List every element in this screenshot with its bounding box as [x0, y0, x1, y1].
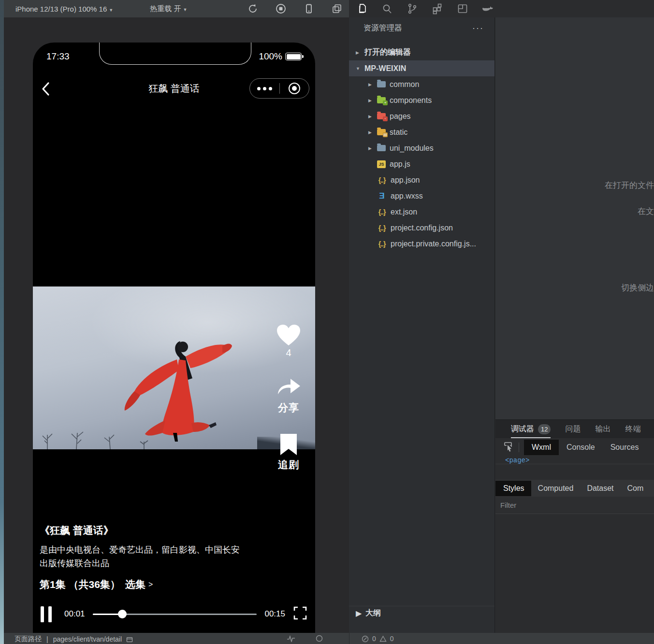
subtab-console[interactable]: Console	[559, 440, 603, 455]
vitals-icon[interactable]	[287, 635, 295, 642]
page-path-label: 页面路径	[15, 635, 42, 644]
simulator-toolbar: iPhone 12/13 (Pro) 100% 16▼ 热重载 开▼	[4, 0, 349, 17]
tab-output[interactable]: 输出	[595, 420, 610, 438]
device-selector[interactable]: iPhone 12/13 (Pro) 100% 16▼	[15, 5, 113, 13]
wxml-tree-area	[495, 464, 654, 480]
open-editors-section[interactable]: ▶打开的编辑器	[349, 44, 494, 60]
tree-file-extjson[interactable]: {..}ext.json	[349, 204, 494, 220]
inspect-element-icon[interactable]	[503, 441, 514, 454]
episode-select-button[interactable]: 选集>	[125, 578, 153, 591]
folder-icon: ◦	[377, 113, 386, 119]
tree-file-appjs[interactable]: JSapp.js	[349, 156, 494, 172]
stop-icon[interactable]	[276, 3, 286, 14]
episode-info: 第1集 （共36集）	[40, 578, 120, 591]
tree-file-projectprivateconfig[interactable]: {..}project.private.config.js...	[349, 236, 494, 252]
battery-icon	[285, 53, 302, 60]
current-time: 00:01	[64, 609, 85, 619]
fullscreen-button[interactable]	[293, 606, 307, 622]
tree-file-appwxss[interactable]: Ǝapp.wxss	[349, 188, 494, 204]
debugger-badge: 12	[538, 424, 551, 434]
tree-folder-static[interactable]: ▶▤static	[349, 124, 494, 140]
series-desc-line2: 出版传媒联合出品	[40, 557, 272, 570]
chevron-right-icon: ▶	[368, 114, 373, 119]
errors-icon[interactable]	[362, 635, 369, 643]
share-button[interactable]	[274, 378, 304, 399]
chevron-right-icon: ▶	[368, 98, 373, 103]
source-control-icon[interactable]	[406, 2, 419, 15]
tree-folder-uni-modules[interactable]: ▶uni_modules	[349, 140, 494, 156]
tab-debugger[interactable]: 调试器12	[511, 420, 551, 438]
device-selector-label: iPhone 12/13 (Pro) 100% 16	[15, 5, 107, 13]
clock-text: 17:33	[46, 51, 70, 62]
phone-simulator: 17:33 100% 狂飙 普通话	[33, 43, 315, 633]
file-tree: ▶打开的编辑器 ▼MP-WEIXIN ▶common ▶+components …	[349, 44, 494, 252]
subtab-wxml[interactable]: Wxml	[524, 440, 559, 455]
outline-section[interactable]: ▶大纲	[349, 606, 494, 620]
outline-label: 大纲	[365, 608, 381, 618]
folder-icon	[377, 81, 386, 87]
open-window-icon[interactable]	[127, 637, 132, 642]
debugger-panel: 调试器12 问题 输出 终端 Wxml Console Sources <pag…	[495, 419, 654, 633]
progress-slider[interactable]	[93, 610, 257, 618]
series-title: 《狂飙 普通话》	[40, 524, 272, 537]
welcome-hint-3: 切换侧边	[621, 282, 654, 293]
styles-filter-input[interactable]	[495, 501, 638, 509]
tree-folder-components[interactable]: ▶+components	[349, 92, 494, 108]
chevron-right-icon: ▶	[368, 130, 373, 135]
follow-label: 追剧	[274, 458, 304, 472]
hot-reload-toggle[interactable]: 热重载 开▼	[150, 4, 187, 14]
wechat-devtools-window: iPhone 12/13 (Pro) 100% 16▼ 热重载 开▼ 17:33…	[0, 0, 654, 644]
refresh-icon[interactable]	[247, 3, 258, 14]
subtab-sources[interactable]: Sources	[603, 440, 647, 455]
record-status-icon[interactable]	[316, 635, 323, 642]
hot-reload-label: 热重载 开	[150, 4, 181, 13]
more-menu-button[interactable]	[250, 87, 279, 90]
toolbar-divider	[519, 443, 519, 452]
chevron-down-icon: ▼	[356, 66, 361, 71]
more-actions-icon[interactable]: ···	[472, 23, 484, 33]
minimize-button[interactable]	[280, 83, 309, 94]
tree-folder-pages[interactable]: ▶◦pages	[349, 108, 494, 124]
series-desc-line1: 是由中央电视台、爱奇艺出品，留白影视、中国长安	[40, 543, 272, 557]
battery-percent: 100%	[259, 51, 282, 62]
like-button[interactable]	[274, 324, 304, 346]
docker-icon[interactable]	[481, 2, 494, 15]
remote-explorer-icon[interactable]	[456, 2, 469, 15]
tree-file-appjson[interactable]: {..}app.json	[349, 172, 494, 188]
extensions-icon[interactable]	[431, 2, 444, 15]
tab-styles[interactable]: Styles	[495, 481, 531, 496]
bookmark-button[interactable]	[274, 433, 304, 456]
tab-computed[interactable]: Computed	[531, 481, 581, 496]
folder-icon: ▤	[377, 129, 386, 135]
tab-com-truncated[interactable]: Com	[621, 481, 651, 496]
simulator-tool-buttons	[247, 0, 342, 17]
warnings-icon[interactable]	[379, 635, 387, 643]
panel-tabs: 调试器12 问题 输出 终端	[495, 420, 654, 438]
project-root[interactable]: ▼MP-WEIXIN	[349, 60, 494, 76]
json-file-icon: {..}	[377, 208, 387, 216]
page-path-value[interactable]: pages/client/tvan/detail	[53, 635, 122, 643]
tab-dataset[interactable]: Dataset	[580, 481, 620, 496]
simulator-backdrop: 17:33 100% 狂飙 普通话	[4, 17, 349, 633]
video-player[interactable]	[33, 286, 315, 449]
welcome-hint-2: 在文	[638, 206, 654, 217]
chevron-down-icon: ▼	[109, 8, 113, 13]
explorer-files-icon[interactable]	[356, 2, 368, 15]
chevron-right-icon: ▶	[356, 609, 362, 618]
phone-nav-bar: 狂飙 普通话	[33, 78, 315, 100]
devtools-subtabs: Wxml Console Sources	[495, 438, 654, 457]
phone-icon[interactable]	[304, 3, 314, 14]
tree-file-projectconfig[interactable]: {..}project.config.json	[349, 220, 494, 236]
wxml-tree-node[interactable]: <page>	[495, 457, 654, 464]
tree-folder-common[interactable]: ▶common	[349, 76, 494, 92]
editor-welcome-area: 在打开的文件 在文 切换侧边	[495, 17, 654, 419]
tab-terminal[interactable]: 终端	[625, 420, 640, 438]
restore-window-icon[interactable]	[332, 3, 342, 14]
styles-filter-bar	[495, 497, 654, 514]
like-count: 4	[274, 347, 304, 358]
search-icon[interactable]	[381, 2, 393, 15]
tab-problems[interactable]: 问题	[565, 420, 581, 438]
pause-button[interactable]	[41, 606, 52, 622]
episode-select-label: 选集	[125, 578, 145, 591]
slider-thumb[interactable]	[118, 610, 127, 618]
